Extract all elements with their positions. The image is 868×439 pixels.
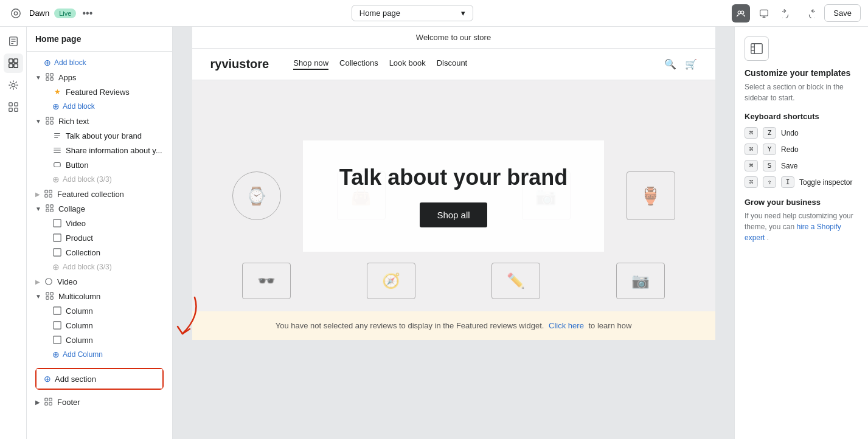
sketch-thermos: 🏺 (627, 171, 675, 220)
chevron-icon: ▼ (35, 118, 41, 125)
review-text: You have not selected any reviews to dis… (276, 321, 544, 330)
svg-rect-18 (50, 78, 53, 80)
sidebar-item-multicolumn[interactable]: ▼ Multicolumn (27, 289, 172, 303)
announcement-bar: Welcome to our store (192, 27, 715, 49)
panel-icon (745, 36, 769, 61)
svg-rect-46 (49, 403, 52, 405)
add-column-button[interactable]: ⊕ Add Column (27, 347, 172, 362)
sidebar-item-featured-collection[interactable]: ▶ Featured collection (27, 187, 172, 201)
svg-rect-43 (45, 398, 47, 401)
svg-rect-11 (9, 103, 12, 106)
svg-rect-31 (50, 209, 53, 212)
hero-shop-all-button[interactable]: Shop all (420, 202, 487, 227)
frame-icon-col3 (52, 335, 62, 345)
save-button[interactable]: Save (824, 4, 861, 22)
nav-shop-now[interactable]: Shop now (293, 58, 328, 70)
sidebar-item-collage[interactable]: ▼ Collage (27, 201, 172, 216)
svg-rect-17 (46, 78, 49, 80)
sidebar-item-product[interactable]: Product (27, 230, 172, 245)
undo-button[interactable] (778, 4, 796, 22)
svg-rect-29 (50, 205, 53, 207)
chevron-icon: ▼ (35, 206, 41, 212)
add-block-apps-button[interactable]: ⊕ Add block (27, 99, 172, 114)
right-panel: Customize your templates Select a sectio… (734, 27, 868, 439)
chevron-icon: ▼ (35, 74, 41, 81)
svg-rect-23 (54, 163, 61, 167)
add-block-top-button[interactable]: ⊕ Add block (27, 55, 172, 70)
sidebar-item-column-2[interactable]: Column (27, 318, 172, 333)
svg-rect-36 (46, 292, 49, 295)
nav-collections[interactable]: Collections (339, 58, 378, 70)
grid-icon (45, 72, 55, 82)
more-button[interactable]: ••• (82, 8, 92, 19)
page-selector[interactable]: Home page ▾ (352, 5, 473, 21)
search-icon[interactable]: 🔍 (664, 58, 676, 70)
sections-icon[interactable] (4, 54, 23, 73)
sidebar-item-column-3[interactable]: Column (27, 333, 172, 347)
svg-rect-7 (13, 59, 17, 63)
column-2-label: Column (66, 321, 93, 330)
sidebar-item-share-info[interactable]: Share information about y... (27, 143, 172, 157)
collaborate-button[interactable] (732, 4, 750, 22)
sidebar-item-button[interactable]: Button (27, 157, 172, 172)
hero-title: Talk about your brand (339, 165, 568, 190)
sketch-watch: ⌚ (232, 171, 281, 220)
sidebar-item-footer[interactable]: ▶ Footer (27, 395, 172, 409)
sidebar-item-apps[interactable]: ▼ Apps (27, 70, 172, 85)
add-block-collage-button[interactable]: ⊕ Add block (3/3) (27, 260, 172, 274)
settings-icon[interactable] (4, 75, 23, 95)
grid-icon-richtext (45, 116, 55, 126)
sidebar-item-video[interactable]: Video (27, 216, 172, 230)
svg-point-2 (738, 11, 741, 14)
svg-rect-20 (50, 117, 53, 120)
home-icon[interactable] (7, 5, 24, 22)
sidebar-item-featured-reviews[interactable]: ★ Featured Reviews (27, 85, 172, 99)
video-section-label: Video (57, 277, 77, 286)
redo-label: Redo (781, 145, 799, 154)
add-section-label: Add section (55, 375, 96, 384)
sidebar-item-collection[interactable]: Collection (27, 245, 172, 260)
sidebar-item-rich-text[interactable]: ▼ Rich text (27, 114, 172, 128)
cart-icon[interactable]: 🛒 (685, 58, 697, 70)
sidebar-item-video-section[interactable]: ▶ Video (27, 274, 172, 289)
svg-rect-47 (751, 44, 762, 54)
pages-icon[interactable] (4, 32, 23, 51)
svg-rect-44 (49, 398, 52, 401)
kbd-cmd-s1: ⌘ (745, 160, 758, 171)
multicolumn-section-label: Multicolumn (58, 292, 100, 301)
svg-rect-45 (45, 403, 47, 405)
svg-rect-41 (54, 322, 61, 329)
add-section-button[interactable]: ⊕ Add section (36, 369, 162, 389)
column-3-label: Column (66, 336, 93, 345)
shortcut-save: ⌘ S Save (745, 160, 858, 171)
sidebar-item-talk-brand[interactable]: Talk about your brand (27, 128, 172, 143)
sidebar-content: ⊕ Add block ▼ Apps ★ Featured Reviews ⊕ … (27, 52, 172, 439)
footer-section-label: Footer (57, 398, 80, 407)
shortcut-redo: ⌘ Y Redo (745, 143, 858, 155)
panel-description: Select a section or block in the sidebar… (745, 81, 858, 103)
svg-rect-25 (49, 190, 52, 193)
nav-lookbook[interactable]: Look book (389, 58, 426, 70)
shortcut-inspector: ⌘ ⇧ I Toggle inspector (745, 176, 858, 188)
desktop-preview-button[interactable] (755, 4, 773, 22)
featured-collection-section-label: Featured collection (57, 190, 124, 199)
redo-button[interactable] (801, 4, 819, 22)
add-block-richtext-label: Add block (3/3) (63, 175, 112, 184)
chevron-icon: ▶ (35, 278, 40, 285)
review-link-suffix: to learn how (589, 321, 632, 330)
nav-discount[interactable]: Discount (437, 58, 468, 70)
apps-icon[interactable] (4, 97, 23, 117)
kbd-cmd-i1: ⌘ (745, 176, 758, 188)
grow-title: Grow your business (745, 198, 858, 207)
add-block-richtext-button[interactable]: ⊕ Add block (3/3) (27, 172, 172, 187)
sidebar-item-column-1[interactable]: Column (27, 303, 172, 318)
hero-section: ⌚ 👜 📷 🏺 🕶️ 🧭 ✏️ 📷 (192, 80, 715, 311)
sketch-compass: 🧭 (367, 263, 415, 299)
talk-brand-label: Talk about your brand (66, 131, 142, 140)
shortcuts-title: Keyboard shortcuts (745, 112, 858, 121)
grow-text: If you need help customizing your theme,… (745, 210, 858, 243)
svg-rect-24 (45, 190, 47, 193)
store-nav: ryviustore Shop now Collections Look boo… (192, 49, 715, 80)
chevron-icon: ▼ (35, 293, 41, 300)
review-link[interactable]: Click here (549, 321, 584, 330)
